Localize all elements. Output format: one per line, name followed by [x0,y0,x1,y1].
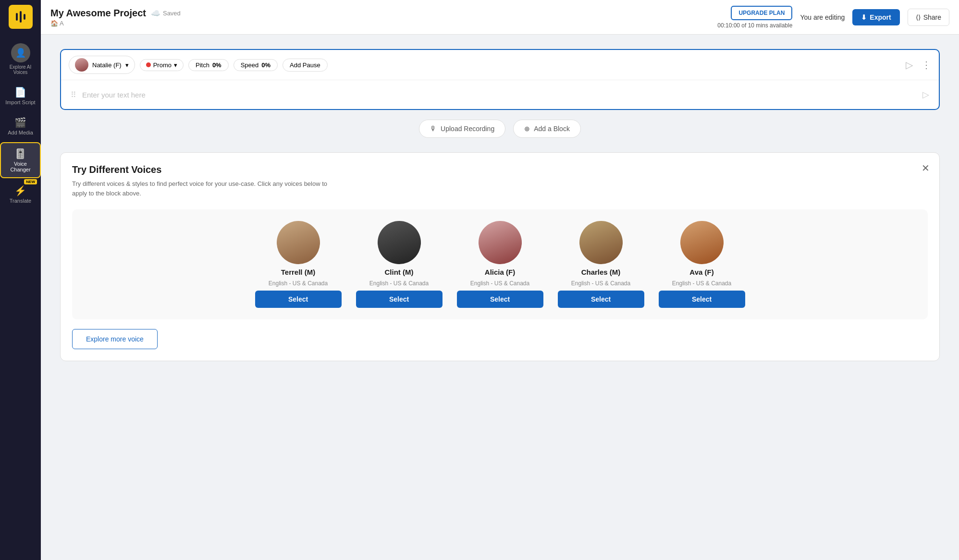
title-group: My Awesome Project ☁️ Saved 🏠 A [50,8,181,27]
upgrade-plan-button[interactable]: UPGRADE PLAN [731,6,792,20]
explore-more-button[interactable]: Explore more voice [72,329,158,349]
voice-select-button[interactable]: Select [558,291,644,308]
sidebar-media-label: Add Media [8,130,33,135]
editor-text-area[interactable]: ⠿ Enter your text here ▷ [61,80,939,109]
voice-card-name: Alicia (F) [485,268,515,276]
voice-select-button[interactable]: Select [255,291,342,308]
share-button[interactable]: ⟨⟩ Share [908,9,949,26]
svg-rect-2 [24,14,25,20]
voice-selector[interactable]: Natalie (F) ▾ [69,56,135,74]
close-icon: ✕ [922,163,930,173]
play-button-inline[interactable]: ▷ [922,89,929,100]
more-options-button[interactable]: ⋮ [922,59,931,71]
saved-status: ☁️ Saved [151,9,181,18]
voice-card-language: English - US & Canada [369,280,429,287]
voice-card: Ava (F) English - US & Canada Select [659,221,745,308]
voice-card: Alicia (F) English - US & Canada Select [457,221,543,308]
voice-card-name: Ava (F) [689,268,713,276]
sidebar-item-voice-changer[interactable]: 🎚️ Voice Changer [0,142,41,178]
upload-recording-button[interactable]: 🎙 Upload Recording [419,120,505,138]
sidebar-import-label: Import Script [5,99,35,105]
new-badge: NEW [24,179,37,184]
voice-select-button[interactable]: Select [356,291,443,308]
add-block-button[interactable]: ⊕ Add a Block [513,120,581,138]
topbar: My Awesome Project ☁️ Saved 🏠 A UPGRADE … [41,0,959,35]
pitch-label: Pitch [196,61,209,69]
voice-changer-icon: 🎚️ [14,148,26,159]
svg-rect-1 [20,11,22,23]
voice-card: Clint (M) English - US & Canada Select [356,221,443,308]
drag-handle-icon: ⠿ [71,90,76,99]
pitch-value: 0% [212,61,221,69]
voice-card-language: English - US & Canada [269,280,328,287]
voice-card-avatar [277,221,320,264]
you-editing-label: You are editing [800,13,845,21]
voices-panel-description: Try different voices & styles to find pe… [72,179,332,198]
voice-select-button[interactable]: Select [659,291,745,308]
voice-card-avatar [378,221,421,264]
voice-card-language: English - US & Canada [470,280,529,287]
editor-block: Natalie (F) ▾ Promo ▾ Pitch 0% Speed 0% … [60,49,940,110]
voice-card-language: English - US & Canada [571,280,630,287]
download-icon: ⬇ [861,13,867,21]
play-button-toolbar[interactable]: ▷ [901,57,917,73]
voice-select-button[interactable]: Select [457,291,543,308]
user-avatar-icon: 👤 [11,43,30,62]
voices-grid: Terrell (M) English - US & Canada Select… [72,209,928,319]
translate-icon: ⚡ [14,185,26,196]
cloud-icon: ☁️ [151,9,160,18]
voice-card: Terrell (M) English - US & Canada Select [255,221,342,308]
voice-card-avatar [579,221,623,264]
style-dropdown-icon: ▾ [174,61,177,69]
voice-card-avatar [680,221,724,264]
sidebar-explore-label: Explore AI Voices [3,64,38,75]
sidebar-item-media[interactable]: 🎬 Add Media [0,112,41,140]
voices-panel-title: Try Different Voices [72,164,928,175]
speed-control[interactable]: Speed 0% [234,59,278,71]
natalie-avatar [75,58,88,72]
sidebar-item-import[interactable]: 📄 Import Script [0,82,41,110]
svg-rect-0 [16,13,18,21]
sidebar-item-translate[interactable]: NEW ⚡ Translate [0,180,41,208]
time-available: 00:10:00 of 10 mins available [717,22,792,29]
voice-card-name: Clint (M) [385,268,414,276]
main-area: My Awesome Project ☁️ Saved 🏠 A UPGRADE … [41,0,959,560]
voices-panel: ✕ Try Different Voices Try different voi… [60,152,940,361]
sidebar-item-explore[interactable]: 👤 Explore AI Voices [0,38,41,80]
action-buttons: 🎙 Upload Recording ⊕ Add a Block [60,120,940,138]
speed-value: 0% [261,61,270,69]
play-icon-toolbar: ▷ [906,59,913,71]
pitch-control[interactable]: Pitch 0% [188,59,229,71]
add-pause-button[interactable]: Add Pause [283,59,328,72]
voice-card-name: Charles (M) [581,268,621,276]
editor-toolbar: Natalie (F) ▾ Promo ▾ Pitch 0% Speed 0% … [61,50,939,80]
sidebar-voice-changer-label: Voice Changer [4,161,37,172]
voice-card-language: English - US & Canada [672,280,731,287]
voice-dropdown-icon: ▾ [125,61,129,69]
import-icon: 📄 [14,86,26,98]
sidebar-translate-label: Translate [10,198,31,204]
microphone-icon: 🎙 [430,125,437,133]
text-input-placeholder[interactable]: Enter your text here [82,91,917,99]
media-icon: 🎬 [14,117,26,128]
voice-card-name: Terrell (M) [281,268,315,276]
style-selector[interactable]: Promo ▾ [140,59,184,71]
style-dot-icon [146,62,151,67]
close-panel-button[interactable]: ✕ [922,162,930,174]
style-name: Promo [153,61,172,69]
content-area: Natalie (F) ▾ Promo ▾ Pitch 0% Speed 0% … [41,35,959,560]
play-icon-inline: ▷ [922,90,929,99]
breadcrumb: 🏠 A [50,20,181,27]
voice-card: Charles (M) English - US & Canada Select [558,221,644,308]
speed-label: Speed [241,61,259,69]
plus-circle-icon: ⊕ [524,125,530,133]
share-icon: ⟨⟩ [916,13,921,21]
sidebar: 👤 Explore AI Voices 📄 Import Script 🎬 Ad… [0,0,41,560]
voice-name: Natalie (F) [92,61,122,69]
export-button[interactable]: ⬇ Export [852,9,899,25]
voice-card-avatar [479,221,522,264]
app-logo[interactable] [9,5,33,29]
project-title: My Awesome Project [50,8,146,19]
